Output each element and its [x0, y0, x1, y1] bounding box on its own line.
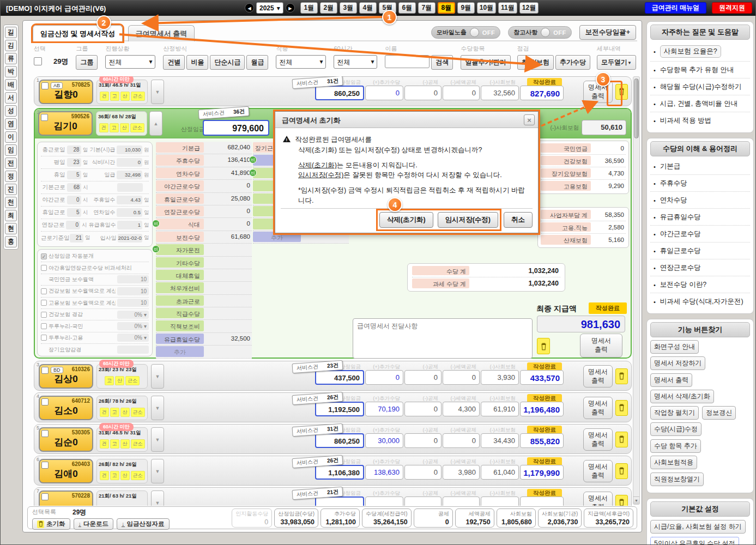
stat-value[interactable]: 0	[66, 221, 80, 229]
employee-card[interactable]: 530305김순0	[39, 427, 93, 452]
option-checkbox[interactable]	[41, 288, 47, 294]
print-payslip-button[interactable]: 명세서 출력	[583, 428, 613, 451]
option-checkbox[interactable]	[41, 265, 47, 271]
col-value[interactable]: 3,930	[481, 370, 519, 385]
remote-support-button[interactable]: 원격지원	[712, 2, 752, 14]
stat-value[interactable]: 0	[117, 158, 142, 167]
stat-value[interactable]: 32,498	[117, 171, 142, 179]
stat-value[interactable]: 21	[70, 234, 83, 243]
function-button[interactable]: 직원정보창열기	[650, 473, 704, 486]
help-link[interactable]: •연차수당	[650, 192, 750, 209]
allowance-value[interactable]: 682,040	[227, 144, 250, 150]
function-button[interactable]: 작업창 펼치기	[650, 406, 699, 420]
col-value[interactable]: 3,980	[443, 465, 480, 480]
help-link[interactable]: •비과세 수당(식대,자가운전)	[650, 293, 750, 310]
month-button-1월[interactable]: 1월	[300, 2, 318, 14]
min-wage-insurance-check-button[interactable]: 최저/보험	[517, 55, 554, 70]
calc-method-비율[interactable]: 비율	[186, 55, 208, 70]
col-value[interactable]: 1,106,380	[315, 465, 364, 480]
reference-note-toggle[interactable]: 참고사항 OFF	[508, 26, 572, 39]
col-value[interactable]: 860,250	[315, 433, 364, 448]
surname-index-서[interactable]: 서	[5, 92, 17, 104]
add-allowance-button[interactable]: 추가	[156, 346, 204, 356]
help-link[interactable]: •기본급	[650, 158, 750, 175]
stat-value[interactable]: 5	[67, 208, 81, 217]
help-link[interactable]: •사회보험 요율은?	[650, 41, 750, 62]
col-value[interactable]: 61,910	[481, 402, 519, 416]
delete-payslip-button[interactable]	[537, 338, 550, 354]
help-link[interactable]: •비과세 적용 방법	[650, 112, 750, 129]
option-checkbox[interactable]	[41, 312, 47, 318]
col-value[interactable]: 70,190	[365, 402, 403, 416]
surname-index-염[interactable]: 염	[5, 118, 17, 130]
next-year-button[interactable]: ▶	[286, 3, 295, 13]
option-dropdown[interactable]: 0%▾	[117, 334, 149, 342]
function-button[interactable]: 수당(시급)수정	[650, 422, 701, 436]
help-link[interactable]: •수당항목 추가 유형 안내	[650, 62, 750, 78]
allowance-value[interactable]: 61,680	[231, 233, 250, 240]
expand-button[interactable]: ▼	[151, 459, 164, 483]
allowance-value[interactable]: 25,080	[231, 195, 250, 202]
help-link[interactable]: •야간근로수당	[650, 226, 750, 243]
stat-value[interactable]: 0	[67, 196, 81, 204]
surname-index-류[interactable]: 류	[5, 53, 17, 64]
col-value[interactable]	[365, 496, 403, 506]
function-button[interactable]: 명세서 출력	[650, 373, 692, 387]
calc-wage-value[interactable]: 979,600	[203, 120, 269, 136]
scrollbar-down-arrow[interactable]: ▼	[633, 496, 639, 504]
col-value[interactable]: 1,192,500	[315, 402, 364, 416]
stat-value[interactable]: 0.5	[117, 208, 142, 217]
allowance-value[interactable]: 41,890	[231, 169, 250, 176]
month-button-8월[interactable]: 8월	[438, 2, 455, 14]
wage-calc-data-button[interactable]: ↓임금산정자료	[117, 518, 170, 530]
help-link[interactable]: •연장근로수당	[650, 259, 750, 276]
help-link[interactable]: •유급휴일수당	[650, 209, 750, 226]
month-button-12월[interactable]: 12월	[519, 2, 539, 14]
delete-reset-button[interactable]: 삭제(초기화)	[379, 212, 433, 228]
payslip-memo-input[interactable]	[353, 318, 533, 359]
expand-all-button[interactable]: 모두열기▼	[597, 55, 636, 70]
surname-index-최[interactable]: 최	[5, 210, 17, 221]
help-link[interactable]: •주휴수당	[650, 175, 750, 192]
surname-index-길[interactable]: 길	[5, 27, 17, 38]
col-value[interactable]: 0	[404, 402, 441, 416]
expand-button[interactable]: ▼	[151, 80, 164, 104]
print-payslip-button[interactable]: 명세서 출력	[583, 397, 613, 419]
delete-payslip-button[interactable]	[615, 463, 628, 479]
month-button-9월[interactable]: 9월	[457, 2, 475, 14]
extra-allowance-check-button[interactable]: 추가수당	[555, 55, 590, 70]
col-value[interactable]	[315, 496, 364, 506]
expand-button[interactable]: ▼	[151, 491, 164, 506]
bojeon-batch-button[interactable]: 보전수당일괄+	[579, 25, 636, 40]
col-value[interactable]: 0	[365, 86, 403, 100]
col-value[interactable]: 32,560	[481, 86, 519, 100]
hours-select[interactable]: 전체▾	[334, 55, 377, 69]
function-button[interactable]: 사회보험적용	[650, 456, 697, 469]
function-button[interactable]: 명세서 삭제/초기화	[650, 390, 714, 403]
employee-card[interactable]: 570228	[39, 491, 93, 506]
col-value[interactable]: 0	[443, 433, 480, 448]
col-value[interactable]	[404, 496, 441, 506]
month-button-3월[interactable]: 3월	[340, 2, 357, 14]
surname-index-김[interactable]: 김	[5, 40, 17, 51]
delete-payslip-button[interactable]	[615, 432, 628, 447]
option-value[interactable]: 10	[117, 299, 149, 307]
function-button[interactable]: 화면구성 안내	[650, 340, 699, 354]
option-checkbox[interactable]	[41, 335, 47, 341]
employee-card[interactable]: 640712김소0	[39, 396, 93, 420]
month-button-6월[interactable]: 6월	[398, 2, 416, 14]
search-button[interactable]: 검색	[431, 55, 453, 70]
function-button[interactable]: 명세서 저장하기	[650, 356, 705, 370]
employee-card[interactable]: 620403김애0	[39, 459, 93, 483]
col-value[interactable]: 4,300	[443, 402, 480, 416]
allowance-value[interactable]: 136,410	[227, 156, 250, 163]
allowance-value[interactable]: 0	[247, 182, 250, 189]
option-checkbox[interactable]	[41, 300, 47, 306]
month-button-2월[interactable]: 2월	[320, 2, 337, 14]
option-value[interactable]	[117, 346, 149, 354]
cancel-button[interactable]: 취소	[504, 212, 533, 228]
stat-value[interactable]: 23	[67, 158, 81, 167]
employee-card[interactable]: 590526 김기0	[38, 111, 93, 136]
delete-payslip-button[interactable]	[615, 495, 628, 506]
option-value[interactable]: 10	[117, 275, 149, 283]
